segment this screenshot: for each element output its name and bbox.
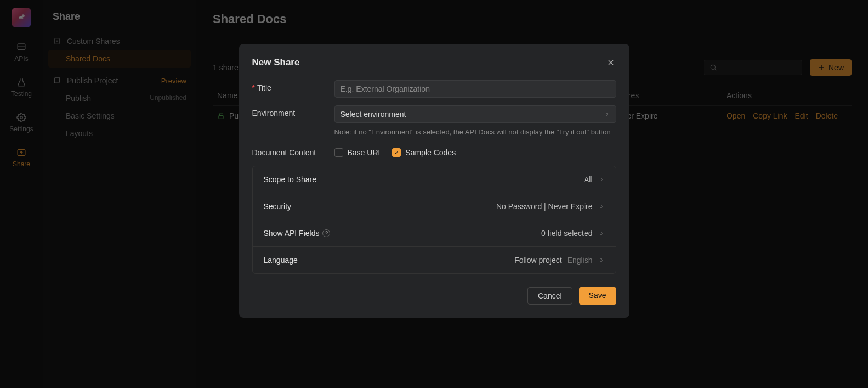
new-share-modal: New Share *Title Environment Select envi… — [239, 44, 629, 318]
close-button[interactable] — [605, 57, 616, 68]
close-icon — [606, 58, 615, 67]
save-button[interactable]: Save — [579, 287, 616, 305]
language-current: English — [568, 256, 593, 265]
security-value: No Password | Never Expire — [496, 202, 593, 211]
checkbox-unchecked-icon — [334, 148, 343, 157]
doc-content-label: Document Content — [252, 145, 324, 157]
language-value: Follow project — [514, 256, 561, 265]
chevron-right-icon — [598, 203, 605, 210]
chevron-right-icon — [598, 230, 605, 237]
chevron-right-icon — [598, 176, 605, 183]
api-fields-label: Show API Fields — [264, 229, 320, 238]
scope-row[interactable]: Scope to Share All — [253, 166, 616, 193]
cancel-button[interactable]: Cancel — [527, 287, 572, 305]
scope-label: Scope to Share — [264, 175, 317, 184]
environment-placeholder: Select environment — [341, 110, 406, 119]
environment-select[interactable]: Select environment — [334, 105, 616, 123]
language-label: Language — [264, 256, 298, 265]
base-url-label: Base URL — [348, 148, 383, 157]
title-label: *Title — [252, 80, 324, 98]
environment-note: Note: if no "Environment" is selected, t… — [334, 127, 616, 137]
sample-codes-checkbox[interactable]: ✓ Sample Codes — [392, 148, 456, 157]
title-input[interactable] — [334, 80, 616, 98]
chevron-right-icon — [598, 257, 605, 263]
sample-codes-label: Sample Codes — [405, 148, 456, 157]
api-fields-value: 0 field selected — [541, 229, 592, 238]
base-url-checkbox[interactable]: Base URL — [334, 148, 383, 157]
modal-title: New Share — [252, 57, 300, 68]
api-fields-row[interactable]: Show API Fields ? 0 field selected — [253, 220, 616, 247]
help-icon[interactable]: ? — [322, 229, 330, 237]
environment-label: Environment — [252, 105, 324, 137]
options-card: Scope to Share All Security No Password … — [252, 166, 616, 274]
scope-value: All — [584, 175, 593, 184]
security-row[interactable]: Security No Password | Never Expire — [253, 193, 616, 220]
chevron-right-icon — [604, 111, 610, 117]
modal-overlay[interactable]: New Share *Title Environment Select envi… — [0, 0, 868, 388]
security-label: Security — [264, 202, 292, 211]
checkbox-checked-icon: ✓ — [392, 148, 401, 157]
language-row[interactable]: Language Follow project English — [253, 247, 616, 273]
